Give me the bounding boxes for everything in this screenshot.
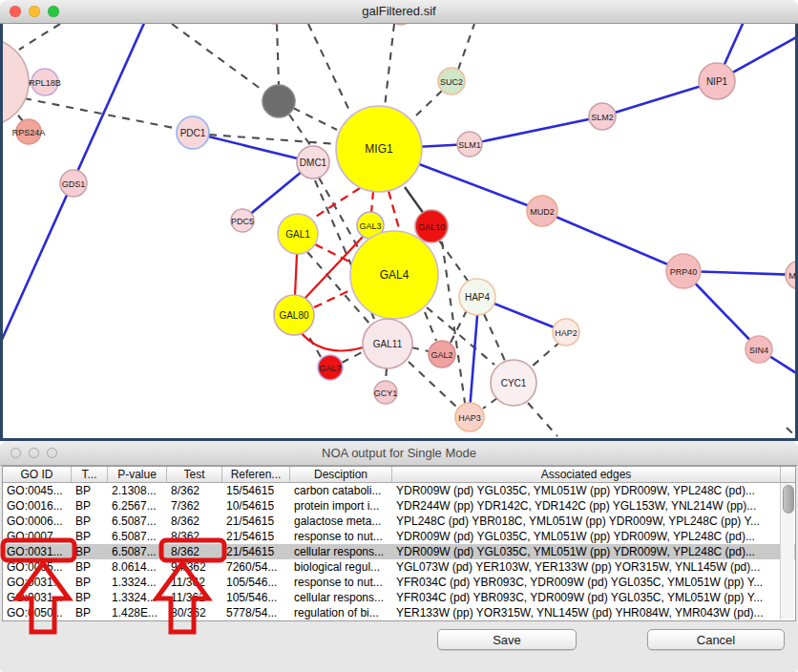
node-label-MIG1: MIG1	[365, 142, 393, 156]
close-button-icon[interactable]	[10, 6, 21, 17]
button-row: Save Cancel	[0, 629, 798, 652]
network-edge-gray[interactable]	[484, 314, 505, 361]
network-window-titlebar[interactable]: galFiltered.sif	[0, 0, 798, 24]
screen: galFiltered.sif RPL18BRPS24AGDS1PDC1MIG1…	[0, 0, 798, 672]
network-edge-blue[interactable]	[470, 116, 602, 144]
column-header-t-[interactable]: T...	[72, 467, 108, 482]
table-cell-p_value: 1.3324...	[108, 575, 167, 590]
scrollbar-thumb[interactable]	[783, 485, 794, 514]
table-cell-description: regulation of bi...	[290, 605, 392, 620]
table-cell-edges: YDR009W (pd) YGL035C, YML051W (pp) YDR00…	[392, 529, 781, 544]
network-edge-gray[interactable]	[442, 242, 465, 403]
network-graph[interactable]: RPL18BRPS24AGDS1PDC1MIG1SUC2SLM1SLM2NIP1…	[3, 24, 795, 438]
network-edge-gray[interactable]	[458, 24, 474, 70]
table-cell-t: BP	[72, 575, 108, 590]
network-edge-red[interactable]	[300, 331, 363, 351]
table-cell-description: cellular respons...	[290, 590, 392, 605]
column-header-go-id[interactable]: GO ID	[3, 467, 72, 482]
table-cell-reference: 15/54615	[222, 483, 290, 498]
table-cell-test: 8/362	[167, 544, 222, 559]
network-edge-gray[interactable]	[24, 98, 178, 129]
network-edge-red[interactable]	[295, 254, 297, 296]
column-header-associated-edges[interactable]: Associated edges	[392, 467, 781, 482]
zoom-button-icon[interactable]	[47, 448, 57, 458]
table-row[interactable]: GO:0031...BP6.5087...8/36221/54615cellul…	[3, 544, 795, 559]
network-edge-blue[interactable]	[542, 211, 683, 271]
node-label-GAL3: GAL3	[359, 221, 381, 231]
table-row[interactable]: GO:0065...BP8.0614...94/3627260/54...bio…	[3, 559, 795, 575]
column-header-desciption[interactable]: Desciption	[290, 467, 392, 482]
network-edge-gray[interactable]	[19, 24, 60, 50]
network-edge-gray[interactable]	[483, 398, 497, 409]
table-cell-description: protein import i...	[290, 498, 392, 514]
network-edge-gray[interactable]	[342, 351, 364, 363]
column-header-p-value[interactable]: P-value	[108, 467, 167, 482]
column-header-test[interactable]: Test	[167, 467, 222, 482]
minimize-button-icon[interactable]	[29, 6, 40, 17]
cancel-button[interactable]: Cancel	[647, 629, 785, 650]
node-label-GCY1: GCY1	[374, 388, 398, 398]
table-cell-go_id: GO:0016...	[3, 498, 72, 514]
node-label-GDS1: GDS1	[62, 179, 86, 189]
node-big-left[interactable]	[3, 38, 29, 126]
network-edge-gray[interactable]	[172, 24, 264, 92]
network-edge-gray[interactable]	[425, 312, 436, 341]
column-header-corner[interactable]	[781, 467, 795, 482]
table-row[interactable]: GO:0045...BP2.1308...8/36215/54615carbon…	[3, 483, 795, 498]
table-row[interactable]: GO:0031...BP1.3324...11/362105/546...res…	[3, 575, 795, 590]
table-cell-test: 94/362	[167, 559, 222, 575]
node-label-SLM1: SLM1	[458, 140, 481, 150]
network-edge-gray[interactable]	[277, 24, 279, 85]
table-body: GO:0045...BP2.1308...8/36215/54615carbon…	[3, 483, 795, 620]
zoom-button-icon[interactable]	[48, 6, 59, 17]
save-button[interactable]: Save	[437, 629, 577, 650]
vertical-scrollbar[interactable]	[780, 483, 794, 620]
noa-window: NOA output for Single Mode GO IDT...P-va…	[0, 441, 798, 672]
network-edge-dark[interactable]	[405, 187, 424, 214]
table-cell-p_value: 1.3324...	[108, 590, 167, 605]
network-edge-gray[interactable]	[416, 91, 442, 116]
network-edge-blue[interactable]	[470, 304, 478, 410]
table-cell-test: 8/362	[167, 483, 222, 498]
network-edge-gray[interactable]	[386, 368, 387, 381]
table-cell-reference: 5778/54...	[222, 605, 290, 620]
node-label-SUC2: SUC2	[440, 77, 463, 87]
network-edge-gray[interactable]	[411, 347, 429, 351]
node-label-RPS24A: RPS24A	[12, 128, 46, 137]
table-row[interactable]: GO:0006...BP6.5087...8/36221/54615galact…	[3, 514, 795, 529]
table-cell-description: biological regul...	[290, 559, 392, 575]
network-edge-redd[interactable]	[311, 188, 360, 220]
table-cell-test: 8/362	[167, 514, 222, 529]
table-cell-edges: YFR034C (pd) YBR093C, YDR009W (pd) YGL03…	[392, 575, 781, 590]
network-edge-gray[interactable]	[308, 24, 351, 115]
table-cell-p_value: 1.428E...	[108, 605, 167, 620]
table-row[interactable]: GO:0016...BP6.2567...7/36210/54615protei…	[3, 498, 795, 514]
noa-window-titlebar[interactable]: NOA output for Single Mode	[0, 441, 798, 466]
table-cell-test: 7/362	[167, 498, 222, 514]
network-edge-gray[interactable]	[787, 428, 795, 438]
node-gray-node[interactable]	[262, 85, 295, 117]
network-edge-gray[interactable]	[409, 362, 457, 408]
network-edge-gray[interactable]	[385, 24, 394, 107]
table-row[interactable]: GO:0007...BP6.5087...8/36221/54615respon…	[3, 529, 795, 544]
table-row[interactable]: GO:0031...BP1.3324...11/362105/546...cel…	[3, 590, 795, 605]
table-cell-description: response to nut...	[290, 575, 392, 590]
table-header-row: GO IDT...P-valueTestReferen...Desciption…	[3, 467, 795, 483]
network-edge-gray[interactable]	[293, 108, 337, 130]
table-row[interactable]: GO:0050...BP1.428E...80/3625778/54...reg…	[3, 605, 795, 620]
network-edge-redd[interactable]	[388, 191, 400, 232]
network-edge-redd[interactable]	[371, 191, 373, 213]
network-canvas[interactable]: RPL18BRPS24AGDS1PDC1MIG1SUC2SLM1SLM2NIP1…	[0, 24, 798, 441]
table-cell-go_id: GO:0007...	[3, 529, 72, 544]
minimize-button-icon[interactable]	[29, 448, 39, 458]
network-edge-gray[interactable]	[532, 342, 560, 367]
table-cell-reference: 10/54615	[222, 498, 290, 514]
node-label-GAL2: GAL2	[430, 350, 452, 360]
close-button-icon[interactable]	[10, 448, 21, 458]
table-cell-edges: YDR009W (pd) YGL035C, YML051W (pp) YDR00…	[392, 544, 781, 559]
node-label-GAL7: GAL7	[319, 364, 341, 373]
traffic-lights	[10, 6, 59, 17]
column-header-referen-[interactable]: Referen...	[222, 467, 290, 482]
network-edge-gray[interactable]	[528, 403, 557, 436]
node-label-GAL11: GAL11	[373, 339, 403, 349]
